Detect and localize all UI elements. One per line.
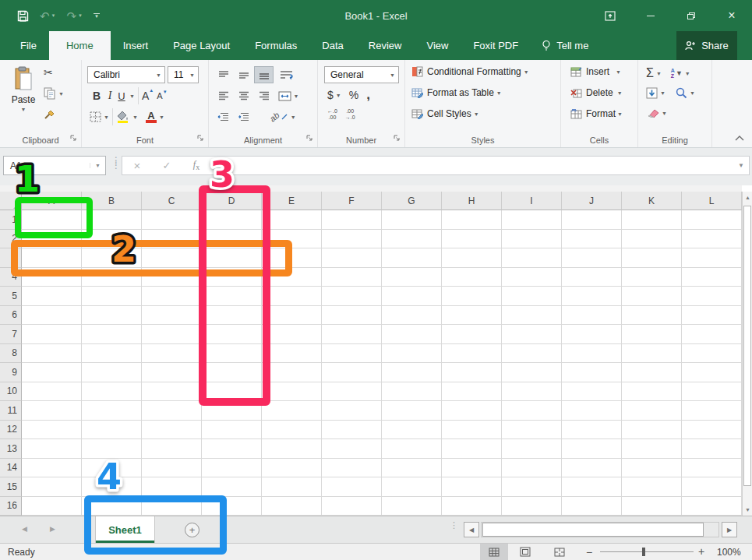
scroll-right-icon[interactable]: ▶ xyxy=(722,522,737,537)
cell-B3[interactable] xyxy=(82,248,142,268)
cell-L5[interactable] xyxy=(682,287,742,306)
cell-K6[interactable] xyxy=(622,306,682,326)
cell-F5[interactable] xyxy=(322,287,382,306)
cell-J10[interactable] xyxy=(562,382,622,402)
cell-E9[interactable] xyxy=(262,363,322,382)
cell-G2[interactable] xyxy=(382,230,442,249)
save-icon[interactable] xyxy=(17,10,29,22)
cell-E13[interactable] xyxy=(262,439,322,459)
column-header-A[interactable]: A xyxy=(22,192,82,210)
tab-view[interactable]: View xyxy=(414,31,461,60)
cell-J16[interactable] xyxy=(562,497,622,516)
row-header-2[interactable]: 2 xyxy=(0,230,22,249)
cell-L3[interactable] xyxy=(682,248,742,268)
tab-foxit-pdf[interactable]: Foxit PDF xyxy=(461,31,531,60)
cell-C2[interactable] xyxy=(142,230,202,249)
column-header-E[interactable]: E xyxy=(262,192,322,210)
cell-H2[interactable] xyxy=(442,230,502,249)
cell-K11[interactable] xyxy=(622,401,682,421)
cell-J12[interactable] xyxy=(562,421,622,440)
cell-K1[interactable] xyxy=(622,210,682,230)
cell-D12[interactable] xyxy=(202,421,262,440)
tab-review[interactable]: Review xyxy=(356,31,415,60)
cell-L13[interactable] xyxy=(682,439,742,459)
cell-E5[interactable] xyxy=(262,287,322,306)
cell-H12[interactable] xyxy=(442,421,502,440)
cell-A12[interactable] xyxy=(22,421,82,440)
cell-B9[interactable] xyxy=(82,363,142,382)
column-header-I[interactable]: I xyxy=(502,192,562,210)
cell-D9[interactable] xyxy=(202,363,262,382)
cell-L9[interactable] xyxy=(682,363,742,382)
cell-F10[interactable] xyxy=(322,382,382,402)
cell-D1[interactable] xyxy=(202,210,262,230)
cell-A7[interactable] xyxy=(22,325,82,344)
row-header-12[interactable]: 12 xyxy=(0,421,22,440)
cell-F7[interactable] xyxy=(322,325,382,344)
cell-C5[interactable] xyxy=(142,287,202,306)
formula-bar-handle[interactable]: ⋮⋮ xyxy=(111,158,121,167)
cell-A8[interactable] xyxy=(22,344,82,364)
row-header-13[interactable]: 13 xyxy=(0,439,22,459)
number-dialog-launcher[interactable] xyxy=(394,133,401,144)
cell-A3[interactable] xyxy=(22,248,82,268)
cell-H1[interactable] xyxy=(442,210,502,230)
decrease-decimal-button[interactable]: .00→.0 xyxy=(345,108,355,121)
cell-C3[interactable] xyxy=(142,248,202,268)
cell-K10[interactable] xyxy=(622,382,682,402)
cell-E2[interactable] xyxy=(262,230,322,249)
cell-G16[interactable] xyxy=(382,497,442,516)
cell-B11[interactable] xyxy=(82,401,142,421)
cell-styles-button[interactable]: Cell Styles▼ xyxy=(411,108,479,119)
decrease-indent-button[interactable] xyxy=(214,108,233,125)
font-size-combo[interactable]: 11▼ xyxy=(168,66,199,83)
comma-style-button[interactable]: , xyxy=(366,87,370,103)
page-layout-view-button[interactable] xyxy=(511,544,539,560)
align-left-button[interactable] xyxy=(214,87,233,104)
column-header-J[interactable]: J xyxy=(562,192,622,210)
cell-H3[interactable] xyxy=(442,248,502,268)
cell-L6[interactable] xyxy=(682,306,742,326)
cell-B1[interactable] xyxy=(82,210,142,230)
cell-L12[interactable] xyxy=(682,421,742,440)
redo-button[interactable]: ↷▼ xyxy=(67,10,83,22)
tab-home[interactable]: Home xyxy=(49,31,111,60)
zoom-out-button[interactable]: − xyxy=(586,546,592,558)
cell-I11[interactable] xyxy=(502,401,562,421)
tab-formulas[interactable]: Formulas xyxy=(242,31,309,60)
cell-E14[interactable] xyxy=(262,459,322,478)
paste-button[interactable]: Paste ▼ xyxy=(8,66,39,132)
cell-G13[interactable] xyxy=(382,439,442,459)
cell-G5[interactable] xyxy=(382,287,442,306)
horizontal-scroll-thumb[interactable] xyxy=(482,523,704,537)
cell-G12[interactable] xyxy=(382,421,442,440)
cell-B5[interactable] xyxy=(82,287,142,306)
font-name-combo[interactable]: Calibri▼ xyxy=(87,66,165,83)
cell-L2[interactable] xyxy=(682,230,742,249)
cell-J4[interactable] xyxy=(562,268,622,287)
cell-J8[interactable] xyxy=(562,344,622,364)
cell-A6[interactable] xyxy=(22,306,82,326)
cell-K13[interactable] xyxy=(622,439,682,459)
cell-A10[interactable] xyxy=(22,382,82,402)
delete-cells-button[interactable]: Delete▼ xyxy=(570,87,623,98)
cell-F2[interactable] xyxy=(322,230,382,249)
cell-J7[interactable] xyxy=(562,325,622,344)
cell-B12[interactable] xyxy=(82,421,142,440)
percent-style-button[interactable]: % xyxy=(349,89,358,101)
fill-color-button[interactable]: ▼ xyxy=(116,111,138,123)
scroll-up-icon[interactable]: ▲ xyxy=(743,195,752,200)
cell-B8[interactable] xyxy=(82,344,142,364)
close-button[interactable]: × xyxy=(711,0,752,31)
previous-sheet-icon[interactable]: ◀ xyxy=(22,525,27,533)
cell-L16[interactable] xyxy=(682,497,742,516)
font-color-button[interactable]: A ▼ xyxy=(146,111,164,123)
cell-D11[interactable] xyxy=(202,401,262,421)
undo-button[interactable]: ↶▼ xyxy=(40,10,56,22)
cell-E6[interactable] xyxy=(262,306,322,326)
restore-button[interactable] xyxy=(671,0,711,31)
copy-button[interactable]: ▼ xyxy=(44,87,64,100)
column-header-G[interactable]: G xyxy=(382,192,442,210)
cell-J6[interactable] xyxy=(562,306,622,326)
cell-C7[interactable] xyxy=(142,325,202,344)
